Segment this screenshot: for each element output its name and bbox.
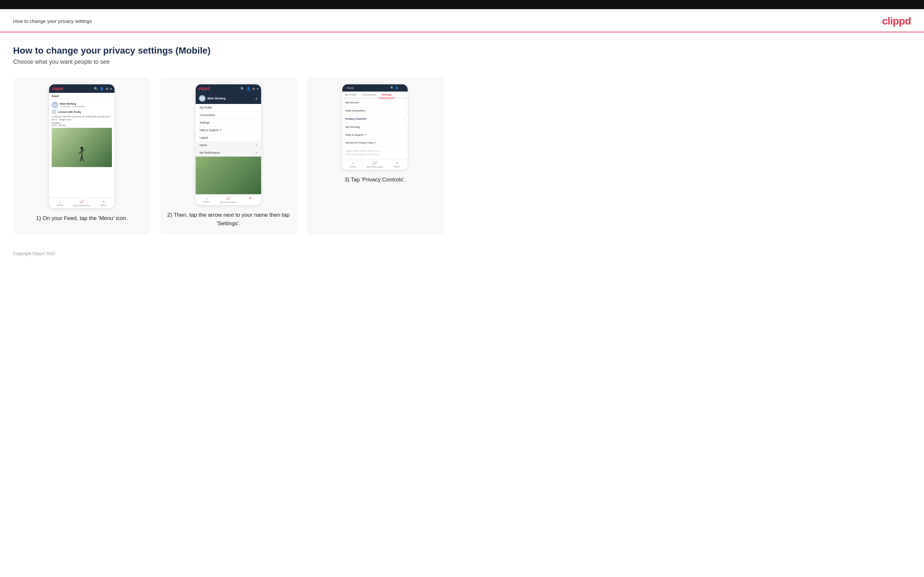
step-2-phone: clippd 🔍 👤 ⊕ ▾ BM bbox=[195, 84, 261, 205]
bottom-nav-performance-2: 📈 My Performance bbox=[218, 195, 239, 205]
lesson-duration: Duration01 hr : 30 min bbox=[52, 122, 112, 127]
menu-item-logout: Logout bbox=[195, 134, 261, 142]
step-3-caption: 3) Tap 'Privacy Controls'. bbox=[344, 176, 406, 184]
step-1-card: clippd 🔍 👤 ⊕ ▾ Feed BM bbox=[13, 77, 150, 235]
step-1-bottom-nav: ⌂ Home 📈 My Performance ≡ Menu bbox=[49, 197, 115, 208]
step-3-back-bar: ‹ Back 🔍 👤 ⊕ ▾ bbox=[342, 84, 408, 92]
bottom-nav-performance-3: 📈 My Performance bbox=[364, 159, 386, 170]
feed-post-header: BM Blair McHarg Yesterday · Sunningdale bbox=[52, 102, 112, 108]
lesson-row: Lesson with Fordy bbox=[52, 110, 112, 114]
tab-myprofile[interactable]: My Profile bbox=[342, 92, 359, 98]
feed-label: Feed bbox=[49, 93, 115, 100]
settings-myaccount-label: My Account bbox=[346, 101, 359, 104]
version-line2: GQL Server Version: 2022.7.30-1 bbox=[346, 153, 380, 156]
person-icon: 👤 bbox=[100, 87, 104, 90]
settings-item-privacycontrols[interactable]: Privacy Controls › bbox=[342, 115, 408, 123]
home-icon: ⌂ bbox=[205, 196, 208, 200]
settings-mygolfbag-label: My Golf Bag bbox=[346, 126, 360, 129]
chevron-down-icon: ▾ bbox=[257, 87, 258, 90]
lesson-desc: Looking to feel like my hands are exitin… bbox=[52, 115, 112, 121]
lesson-title: Lesson with Fordy bbox=[58, 111, 81, 113]
footer: Copyright Clippd 2022 bbox=[0, 245, 924, 263]
steps-container: clippd 🔍 👤 ⊕ ▾ Feed BM bbox=[13, 77, 911, 235]
menu-user-info: BM Blair McHarg bbox=[199, 95, 226, 102]
step-3-nav-icons: 🔍 👤 ⊕ ▾ bbox=[390, 86, 404, 90]
step-2-nav-icons: 🔍 👤 ⊕ ▾ bbox=[241, 87, 258, 90]
golf-image bbox=[52, 128, 112, 167]
chevron-down-icon: ▾ bbox=[403, 86, 404, 90]
step-1-nav-icons: 🔍 👤 ⊕ ▾ bbox=[94, 87, 112, 90]
settings-mygolfbag-chevron: › bbox=[404, 125, 404, 129]
header-title: How to change your privacy settings bbox=[13, 18, 92, 24]
settings-list: My Account › Data Integrations › Privacy… bbox=[342, 98, 408, 147]
menu-item-settings: Settings bbox=[195, 119, 261, 127]
search-icon: 🔍 bbox=[94, 87, 98, 90]
settings-item-dataintegrations[interactable]: Data Integrations › bbox=[342, 106, 408, 115]
tab-connections[interactable]: Connections bbox=[359, 92, 379, 98]
home-icon: ⌂ bbox=[352, 161, 354, 165]
menu-user-row: BM Blair McHarg ▲ bbox=[195, 93, 261, 104]
feed-post: BM Blair McHarg Yesterday · Sunningdale … bbox=[49, 100, 115, 169]
settings-icon: ⊕ bbox=[399, 86, 402, 90]
step-1-caption: 1) On your Feed, tap the 'Menu' icon. bbox=[36, 214, 128, 222]
step-1-navbar: clippd 🔍 👤 ⊕ ▾ bbox=[49, 84, 115, 93]
bottom-nav-home-2: ⌂ Home bbox=[195, 195, 218, 205]
header: How to change your privacy settings clip… bbox=[0, 9, 924, 32]
settings-dataintegrations-label: Data Integrations bbox=[346, 109, 365, 112]
golfer-figure bbox=[77, 147, 87, 164]
menu-arrow-icon: ▲ bbox=[255, 97, 258, 100]
settings-icon: ⊕ bbox=[252, 87, 255, 90]
settings-item-mygolfbag[interactable]: My Golf Bag › bbox=[342, 123, 408, 131]
settings-privacycontrols-chevron: › bbox=[404, 117, 404, 120]
performance-icon: 📈 bbox=[373, 161, 377, 165]
menu-section-performance-label: My Performance bbox=[200, 151, 220, 154]
bottom-nav-home-3: ⌂ Home bbox=[342, 159, 364, 170]
performance-icon: 📈 bbox=[79, 200, 84, 204]
menu-performance-chevron: ▾ bbox=[255, 151, 257, 154]
settings-dataintegrations-chevron: › bbox=[404, 109, 404, 112]
settings-serviceprivacy-label: Service & Privacy Policy ↗ bbox=[346, 141, 376, 144]
settings-item-serviceprivacy[interactable]: Service & Privacy Policy ↗ bbox=[342, 139, 408, 147]
step-2-logo: clippd bbox=[198, 86, 210, 91]
performance-icon: 📈 bbox=[226, 196, 231, 200]
settings-privacycontrols-label: Privacy Controls bbox=[346, 118, 367, 120]
svg-line-4 bbox=[80, 156, 82, 161]
menu-section-home-label: Home bbox=[200, 143, 207, 147]
bottom-nav-home-3-label: Home bbox=[350, 165, 356, 168]
tab-settings[interactable]: Settings bbox=[379, 92, 394, 98]
version-line1: Clippd Client Version: 2022.8.3-3 bbox=[346, 150, 379, 152]
menu-user-name: Blair McHarg bbox=[207, 97, 226, 100]
page-subtitle: Choose what you want people to see bbox=[13, 58, 911, 65]
bottom-nav-performance-3-label: My Performance bbox=[367, 166, 383, 168]
chevron-down-icon: ▾ bbox=[110, 87, 112, 90]
bottom-nav-menu-label: Menu bbox=[101, 204, 107, 206]
search-icon: 🔍 bbox=[241, 87, 244, 90]
person-icon: 👤 bbox=[246, 87, 250, 90]
step-1-feed: Feed BM Blair McHarg Yesterday · Sunning… bbox=[49, 93, 115, 197]
bottom-nav-performance-2-label: My Performance bbox=[220, 201, 237, 203]
step-2-bottom-nav: ⌂ Home 📈 My Performance ✕ bbox=[195, 194, 261, 205]
svg-line-5 bbox=[82, 156, 84, 161]
step-1-phone: clippd 🔍 👤 ⊕ ▾ Feed BM bbox=[49, 84, 115, 208]
menu-item-myprofile: My Profile bbox=[195, 104, 261, 111]
svg-line-2 bbox=[79, 151, 82, 154]
svg-point-0 bbox=[81, 147, 83, 149]
copyright: Copyright Clippd 2022 bbox=[13, 251, 55, 256]
search-icon: 🔍 bbox=[390, 86, 394, 90]
feed-user-name: Blair McHarg bbox=[60, 102, 85, 105]
settings-version: Clippd Client Version: 2022.8.3-3 GQL Se… bbox=[342, 147, 408, 159]
menu-icon: ≡ bbox=[396, 161, 397, 165]
svg-line-3 bbox=[82, 150, 85, 151]
bottom-nav-close: ✕ bbox=[239, 195, 261, 205]
step-2-card: clippd 🔍 👤 ⊕ ▾ BM bbox=[160, 77, 297, 235]
person-icon: 👤 bbox=[395, 86, 399, 90]
menu-item-help: Help & Support ↗ bbox=[195, 127, 261, 134]
settings-item-myaccount[interactable]: My Account › bbox=[342, 98, 408, 106]
settings-myaccount-chevron: › bbox=[404, 101, 404, 104]
step-2-navbar: clippd 🔍 👤 ⊕ ▾ bbox=[195, 84, 261, 93]
step-3-bottom-nav: ⌂ Home 📈 My Performance ≡ Menu bbox=[342, 159, 408, 170]
feed-user-sub: Yesterday · Sunningdale bbox=[60, 105, 85, 108]
settings-helpsupport-label: Help & Support ↗ bbox=[346, 134, 366, 136]
settings-item-helpsupport[interactable]: Help & Support ↗ bbox=[342, 131, 408, 139]
menu-panel: BM Blair McHarg ▲ My Profile Connections… bbox=[195, 93, 261, 156]
